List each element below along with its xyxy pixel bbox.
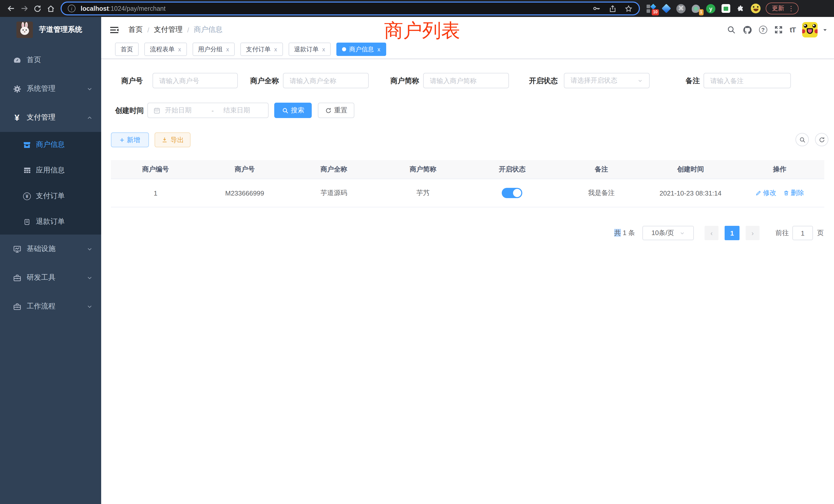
fullscreen-icon[interactable]	[774, 25, 783, 35]
full-name-input[interactable]	[283, 73, 369, 88]
tabs-bar: 首页 流程表单x 用户分组x 支付订单x 退款订单x 商户信息x	[101, 43, 834, 59]
add-button[interactable]: + 新增	[111, 132, 149, 147]
close-icon[interactable]: x	[274, 46, 277, 52]
remark-input[interactable]	[704, 73, 791, 88]
tab-process-form[interactable]: 流程表单x	[144, 43, 187, 56]
gear-icon	[12, 85, 22, 93]
font-size-icon[interactable]: tT	[790, 26, 795, 34]
show-search-toggle-button[interactable]	[795, 133, 809, 146]
download-icon	[161, 137, 168, 143]
help-icon[interactable]: ?	[759, 26, 767, 34]
app-title: 芋道管理系统	[39, 25, 82, 35]
sidebar-item-pay-order[interactable]: ¥ 支付订单	[0, 183, 101, 209]
status-select[interactable]: 请选择开启状态	[564, 73, 650, 88]
next-page-button[interactable]: ›	[746, 226, 760, 240]
refresh-table-button[interactable]	[815, 133, 828, 146]
breadcrumb-home[interactable]: 首页	[128, 25, 143, 35]
goto-page-input[interactable]	[792, 226, 813, 240]
collapse-sidebar-icon[interactable]	[109, 24, 120, 35]
url-text[interactable]: localhost:1024/pay/merchant	[81, 5, 592, 12]
chevron-down-icon	[86, 303, 93, 310]
browser-reload-icon[interactable]	[31, 2, 44, 15]
browser-menu-icon[interactable]: ⋮	[788, 5, 794, 12]
grid-icon	[23, 166, 31, 175]
site-info-icon[interactable]: i	[68, 5, 75, 12]
share-icon[interactable]	[609, 4, 617, 13]
user-menu-caret-icon[interactable]	[822, 27, 828, 32]
tab-refund-order[interactable]: 退款订单x	[288, 43, 331, 56]
browser-back-icon[interactable]	[4, 2, 18, 15]
browser-profile-avatar[interactable]	[751, 4, 761, 13]
page-1-button[interactable]: 1	[725, 226, 740, 240]
create-time-label: 创建时间	[115, 102, 144, 118]
github-icon[interactable]	[743, 25, 752, 35]
close-icon[interactable]: x	[377, 46, 380, 52]
address-bar[interactable]: i localhost:1024/pay/merchant	[61, 2, 640, 16]
app-window: 芋道管理系统 首页 系统管理	[0, 17, 834, 504]
sidebar-item-refund-order[interactable]: 退款订单	[0, 209, 101, 234]
col-create-time: 创建时间	[646, 165, 735, 174]
short-name-input[interactable]	[423, 73, 509, 88]
sidebar-item-app-info[interactable]: 应用信息	[0, 158, 101, 183]
close-icon[interactable]: x	[226, 46, 229, 52]
cell-status	[467, 188, 557, 198]
tab-user-group[interactable]: 用户分组x	[192, 43, 235, 56]
select-caret-icon	[637, 78, 643, 84]
date-start-input[interactable]: 开始日期	[165, 106, 205, 115]
merchant-no-input[interactable]	[153, 73, 238, 88]
cell-remark: 我是备注	[557, 188, 646, 198]
sidebar-item-workflow[interactable]: 工作流程	[0, 292, 101, 321]
user-avatar[interactable]	[802, 22, 817, 38]
browser-toolbar: i localhost:1024/pay/merchant 10 ⌘ 1 y	[0, 0, 834, 17]
extension-badge: 1	[699, 9, 704, 15]
app-logo-row[interactable]: 芋道管理系统	[0, 17, 101, 43]
topbar: 首页 / 支付管理 / 商户信息 商户列表 ?	[101, 17, 834, 43]
sidebar-item-system[interactable]: 系统管理	[0, 74, 101, 103]
chevron-up-icon	[86, 114, 93, 121]
page-title-annotation: 商户列表	[384, 18, 460, 44]
create-time-range-picker[interactable]: 开始日期 - 结束日期	[147, 102, 269, 118]
pencil-icon	[755, 190, 761, 196]
adblock-extension-icon[interactable]: 10	[646, 4, 656, 13]
tab-merchant-info[interactable]: 商户信息x	[336, 43, 386, 56]
extensions-puzzle-icon[interactable]	[736, 4, 745, 13]
chat-extension-icon[interactable]	[721, 4, 730, 13]
cell-merchant-no: M233666999	[200, 189, 289, 197]
bookmark-star-icon[interactable]	[624, 4, 633, 13]
date-end-input[interactable]: 结束日期	[220, 106, 260, 115]
reset-button[interactable]: 重置	[318, 102, 354, 118]
search-icon[interactable]	[727, 25, 736, 35]
filter-row-1: 商户号 商户全称 商户简称 开启状态 请选择开启状态 备注	[111, 73, 824, 88]
sidebar-item-home[interactable]: 首页	[0, 46, 101, 74]
sidebar-item-merchant-info[interactable]: 商户信息	[0, 132, 101, 158]
password-key-icon[interactable]	[592, 4, 601, 13]
cell-merchant-id: 1	[111, 189, 200, 197]
breadcrumb-payment[interactable]: 支付管理	[154, 25, 182, 35]
command-extension-icon[interactable]: ⌘	[676, 4, 686, 13]
select-caret-icon	[679, 230, 685, 236]
edit-button[interactable]: 修改	[755, 188, 776, 198]
browser-update-button[interactable]: 更新 ⋮	[766, 3, 798, 14]
delete-button[interactable]: 删除	[783, 188, 804, 198]
toolbar-row: + 新增 导出	[111, 132, 824, 147]
app-logo	[17, 22, 33, 38]
notifier-extension-icon[interactable]: 1	[691, 4, 701, 13]
page-size-select[interactable]: 10条/页	[642, 226, 694, 240]
sidebar-item-dev-tools[interactable]: 研发工具	[0, 263, 101, 292]
browser-forward-icon[interactable]	[18, 2, 31, 15]
extensions-area: 10 ⌘ 1 y	[646, 4, 761, 13]
search-button[interactable]: 搜索	[274, 102, 312, 118]
tab-home[interactable]: 首页	[115, 43, 139, 56]
export-button[interactable]: 导出	[155, 132, 191, 147]
close-icon[interactable]: x	[322, 46, 325, 52]
prev-page-button[interactable]: ‹	[705, 226, 719, 240]
sidebar-item-infrastructure[interactable]: 基础设施	[0, 234, 101, 263]
tab-pay-order[interactable]: 支付订单x	[240, 43, 283, 56]
y-extension-icon[interactable]: y	[706, 4, 716, 13]
sidebar-item-payment[interactable]: ¥ 支付管理	[0, 103, 101, 132]
browser-home-icon[interactable]	[44, 2, 58, 15]
status-toggle[interactable]	[502, 188, 523, 198]
gem-extension-icon[interactable]	[661, 4, 671, 13]
close-icon[interactable]: x	[178, 46, 181, 52]
merchant-table: 商户编号 商户号 商户全称 商户简称 开启状态 备注 创建时间 操作 1 M23…	[111, 160, 824, 207]
